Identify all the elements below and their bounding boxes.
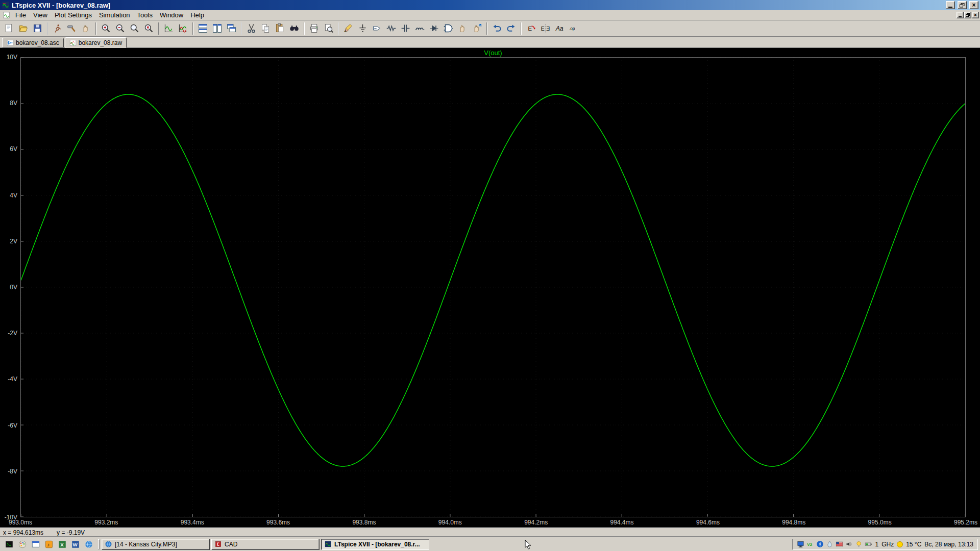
copy-button[interactable]: [259, 22, 273, 35]
plot-canvas[interactable]: [20, 57, 966, 517]
word-launcher-button[interactable]: W: [69, 539, 82, 550]
cascade-windows-button[interactable]: [225, 22, 238, 35]
browser-launcher-button[interactable]: [83, 539, 95, 550]
open-button[interactable]: [16, 22, 30, 35]
capacitor-button[interactable]: [399, 22, 412, 35]
zoom-in-button[interactable]: [99, 22, 113, 35]
print-preview-button[interactable]: [322, 22, 335, 35]
mirror-icon: EE: [540, 23, 551, 34]
paint-icon: [18, 540, 27, 549]
task-button-cad[interactable]: CAD: [211, 539, 320, 550]
restore-button[interactable]: [958, 1, 967, 9]
toolbar-separator: [521, 22, 522, 35]
mirror-button[interactable]: EE: [538, 22, 552, 35]
y-tick-label: 8V: [10, 99, 17, 107]
control-panel-button[interactable]: [65, 22, 79, 35]
svg-text:E: E: [546, 26, 550, 32]
print-icon: [309, 23, 320, 34]
print-button[interactable]: [307, 22, 321, 35]
task-button-ltspice-xvii-bokarev-08-r[interactable]: LTspice XVII - [bokarev_08.r...: [321, 539, 429, 550]
undo-button[interactable]: [490, 22, 504, 35]
menu-tools[interactable]: Tools: [134, 10, 156, 20]
menu-view[interactable]: View: [30, 10, 51, 20]
diode-button[interactable]: [427, 22, 441, 35]
inductor-button[interactable]: [413, 22, 427, 35]
x-tick-label: 994.6ms: [696, 519, 720, 526]
text-tool-button[interactable]: Aa: [553, 22, 567, 35]
task-label: CAD: [225, 541, 237, 548]
clock[interactable]: Вс, 28 мар, 13:13: [924, 541, 973, 548]
y-tick-label: -8V: [8, 468, 17, 475]
ltspice-app-icon[interactable]: [2, 1, 10, 9]
menu-file[interactable]: File: [12, 10, 30, 20]
console-launcher-button[interactable]: [3, 539, 15, 550]
window-launcher-button[interactable]: [30, 539, 42, 550]
tile-vertical-button[interactable]: [210, 22, 224, 35]
tab-bokarev-08-raw[interactable]: bokarev_08.raw: [65, 37, 127, 48]
v2-icon[interactable]: V2: [806, 540, 814, 548]
weather-icon[interactable]: [897, 541, 903, 547]
document-system-icon[interactable]: [3, 11, 10, 19]
y-axis-labels: 10V8V6V4V2V0V-2V-4V-6V-8V-10V: [0, 57, 19, 517]
lamp-icon[interactable]: [855, 540, 863, 548]
plot-settings-button[interactable]: [176, 22, 190, 35]
zoom-extents-button[interactable]: [142, 22, 156, 35]
menu-plot-settings[interactable]: Plot Settings: [51, 10, 95, 20]
ltspice-icon: [324, 540, 332, 548]
menu-simulation[interactable]: Simulation: [95, 10, 134, 20]
spice-directive-button[interactable]: .op: [567, 22, 581, 35]
minimize-button[interactable]: [946, 1, 955, 9]
toolbar-separator: [95, 22, 96, 35]
mdi-minimize-icon: [959, 16, 962, 17]
drag-button[interactable]: [470, 22, 484, 35]
drop-icon[interactable]: [826, 540, 834, 548]
autorange-button[interactable]: [162, 22, 176, 35]
wire-button[interactable]: [341, 22, 355, 35]
redo-button[interactable]: [504, 22, 518, 35]
rotate-button[interactable]: E: [524, 22, 538, 35]
capacitor-icon: [400, 23, 411, 34]
battery-icon[interactable]: [865, 540, 872, 548]
paste-button[interactable]: [273, 22, 287, 35]
us-flag-icon[interactable]: [836, 540, 843, 548]
move-button[interactable]: [456, 22, 470, 35]
resistor-button[interactable]: [384, 22, 398, 35]
net-label-button[interactable]: [370, 22, 384, 35]
volume-icon[interactable]: [845, 540, 853, 548]
halt-button[interactable]: [79, 22, 93, 35]
net-label-icon: [372, 23, 382, 34]
mdi-close-button[interactable]: ×: [972, 12, 979, 18]
y-tick-label: 6V: [10, 145, 17, 153]
zoom-full-button[interactable]: [128, 22, 141, 35]
find-button[interactable]: [287, 22, 301, 35]
paint-launcher-button[interactable]: [16, 539, 29, 550]
menu-window[interactable]: Window: [156, 10, 187, 20]
zoom-out-button[interactable]: [113, 22, 127, 35]
run-button[interactable]: [51, 22, 64, 35]
menu-bar: FileViewPlot SettingsSimulationToolsWind…: [0, 10, 980, 20]
taskbar-handle[interactable]: [98, 539, 100, 549]
excel-launcher-button[interactable]: X: [56, 539, 68, 550]
y-tick-label: -4V: [8, 375, 17, 383]
mdi-minimize-button[interactable]: [957, 12, 964, 18]
ground-button[interactable]: [356, 22, 370, 35]
save-button[interactable]: [31, 22, 44, 35]
trace-label[interactable]: V(out): [484, 49, 502, 57]
mdi-restore-button[interactable]: [964, 12, 971, 18]
component-icon: [443, 23, 454, 34]
tab-bokarev-08-asc[interactable]: bokarev_08.asc: [2, 38, 64, 47]
menu-help[interactable]: Help: [187, 10, 208, 20]
inductor-icon: [414, 23, 425, 34]
new-schematic-button[interactable]: [2, 22, 16, 35]
cut-button[interactable]: [244, 22, 258, 35]
display-icon[interactable]: [797, 540, 804, 548]
task-button-14-kansas-city-mp3[interactable]: [14 - Kansas City.MP3]: [102, 539, 210, 550]
component-button[interactable]: [442, 22, 455, 35]
bluetooth-icon[interactable]: [816, 540, 824, 548]
tile-horizontal-button[interactable]: [196, 22, 210, 35]
close-button[interactable]: ×: [969, 1, 978, 9]
plot-pane: V(out) 10V8V6V4V2V0V-2V-4V-6V-8V-10V 993…: [0, 48, 980, 528]
x-tick-label: 993.2ms: [94, 519, 118, 526]
media-launcher-button[interactable]: ♪: [43, 539, 55, 550]
task-label: [14 - Kansas City.MP3]: [115, 541, 177, 548]
